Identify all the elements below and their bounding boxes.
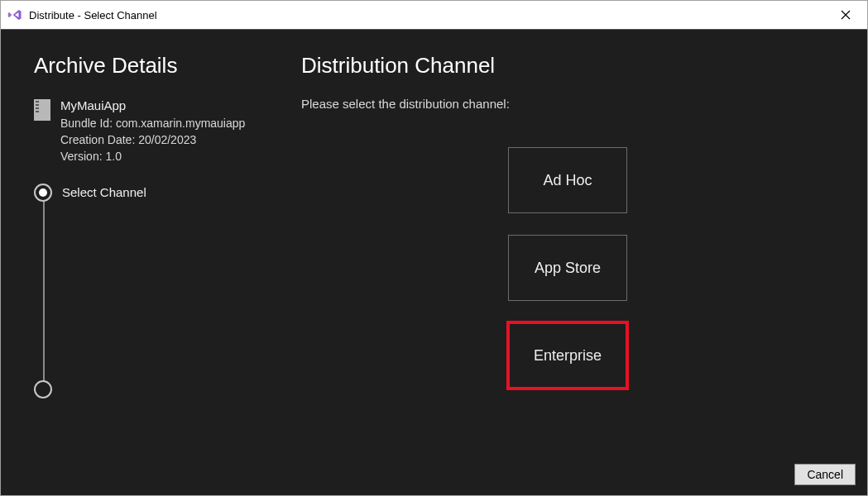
bundle-id-row: Bundle Id: com.xamarin.mymauiapp (60, 115, 245, 131)
version-label: Version: (60, 150, 103, 163)
channel-enterprise-button[interactable]: Enterprise (508, 322, 627, 389)
bundle-id-value: com.xamarin.mymauiapp (116, 117, 245, 130)
dialog-window: Distribute - Select Channel Archive Deta… (0, 0, 868, 496)
distribution-channel-panel: Distribution Channel Please select the d… (301, 53, 867, 495)
cancel-button[interactable]: Cancel (794, 464, 856, 485)
creation-date-row: Creation Date: 20/02/2023 (60, 131, 245, 148)
channel-button-group: Ad Hoc App Store Enterprise (508, 147, 627, 389)
titlebar: Distribute - Select Channel (1, 1, 867, 30)
dialog-body: Archive Details MyMauiApp Bundle Id: com… (1, 30, 867, 495)
archive-meta: MyMauiApp Bundle Id: com.xamarin.mymauia… (60, 97, 245, 165)
window-title: Distribute - Select Channel (29, 9, 829, 21)
step-next (34, 380, 52, 398)
dialog-content: Archive Details MyMauiApp Bundle Id: com… (1, 30, 867, 495)
archive-file-icon (34, 99, 50, 121)
channel-appstore-button[interactable]: App Store (508, 235, 627, 301)
step-bullet-active-icon (34, 184, 52, 202)
app-name: MyMauiApp (60, 97, 245, 115)
channel-adhoc-button[interactable]: Ad Hoc (508, 147, 627, 213)
archive-summary: MyMauiApp Bundle Id: com.xamarin.mymauia… (34, 97, 293, 165)
dialog-footer: Cancel (794, 464, 856, 485)
distribution-channel-heading: Distribution Channel (301, 53, 834, 79)
wizard-steps: Select Channel (34, 184, 293, 398)
step-bullet-inactive-icon (34, 380, 52, 398)
close-icon[interactable] (829, 2, 862, 27)
creation-date-value: 20/02/2023 (138, 133, 196, 146)
archive-details-heading: Archive Details (34, 53, 293, 79)
archive-details-panel: Archive Details MyMauiApp Bundle Id: com… (1, 53, 301, 495)
step-connector (43, 197, 45, 392)
version-value: 1.0 (105, 150, 121, 163)
visual-studio-icon (7, 7, 22, 22)
step-label: Select Channel (62, 185, 146, 199)
step-select-channel: Select Channel (34, 184, 146, 202)
bundle-id-label: Bundle Id: (60, 117, 113, 130)
channel-prompt: Please select the distribution channel: (301, 97, 834, 111)
version-row: Version: 1.0 (60, 148, 245, 165)
creation-date-label: Creation Date: (60, 133, 135, 146)
